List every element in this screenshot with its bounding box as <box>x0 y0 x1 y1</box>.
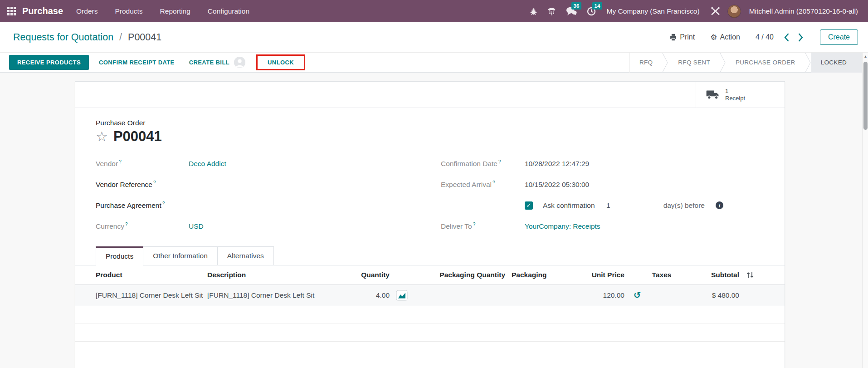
receipt-count: 1 <box>725 88 745 95</box>
apps-menu-icon[interactable] <box>7 7 16 15</box>
print-button[interactable]: Print <box>669 33 695 41</box>
menu-configuration[interactable]: Configuration <box>199 1 258 22</box>
price-history-icon[interactable]: ↺ <box>634 290 641 300</box>
cell-unit-price[interactable]: 120.00 <box>550 291 624 299</box>
order-lines-header: Product Description Quantity Packaging Q… <box>75 265 785 285</box>
receive-products-button[interactable]: RECEIVE PRODUCTS <box>9 55 89 70</box>
confirmation-date-value[interactable]: 10/28/2022 12:47:29 <box>525 160 589 168</box>
ask-confirmation-days-value[interactable]: 1 <box>606 201 610 210</box>
create-bill-user-avatar-icon <box>234 57 245 68</box>
vendor-value-link[interactable]: Deco Addict <box>189 160 226 168</box>
menu-products[interactable]: Products <box>106 1 151 22</box>
create-bill-button[interactable]: CREATE BILL <box>182 55 233 69</box>
header-unit-price: Unit Price <box>550 271 624 279</box>
create-button[interactable]: Create <box>820 29 858 45</box>
help-marker: ? <box>473 222 476 227</box>
deliver-to-value-link[interactable]: YourCompany: Receipts <box>525 222 600 231</box>
deliver-to-label: Deliver To <box>441 222 472 230</box>
help-marker: ? <box>119 159 122 164</box>
tab-alternatives[interactable]: Alternatives <box>218 246 274 265</box>
breadcrumb-separator: / <box>116 32 125 43</box>
annotation-highlight-box: UNLOCK <box>256 54 305 70</box>
pipeline-chevron-icon <box>805 53 811 73</box>
control-panel-actions: Print ⚙ Action 4 / 40 Create <box>669 29 858 45</box>
cell-product[interactable]: [FURN_1118] Corner Desk Left Sit <box>75 291 207 299</box>
cell-description[interactable]: [FURN_1118] Corner Desk Left Sit <box>207 291 345 299</box>
fields-left-column: Vendor? Deco Addict Vendor Reference? Pu… <box>96 157 441 240</box>
menu-orders[interactable]: Orders <box>68 1 106 22</box>
pager-previous-icon[interactable] <box>784 33 789 42</box>
forecast-chart-icon[interactable] <box>390 290 417 301</box>
scrollbar-thumb[interactable] <box>863 62 868 130</box>
tab-products[interactable]: Products <box>96 246 143 265</box>
fields-right-column: Confirmation Date? 10/28/2022 12:47:29 E… <box>441 157 765 240</box>
expected-arrival-value[interactable]: 10/15/2022 05:30:00 <box>525 181 589 189</box>
help-marker: ? <box>162 201 165 206</box>
form-fields: Vendor? Deco Addict Vendor Reference? Pu… <box>96 157 764 240</box>
record-pager: 4 / 40 <box>756 33 774 41</box>
help-marker: ? <box>498 159 501 164</box>
scrollbar-up-arrow-icon[interactable]: ▲ <box>863 53 868 60</box>
header-packaging-quantity: Packaging Quantity <box>417 271 505 279</box>
tab-other-information[interactable]: Other Information <box>143 246 218 265</box>
pager-next-icon[interactable] <box>798 33 804 42</box>
action-button[interactable]: ⚙ Action <box>710 33 740 42</box>
pipeline-chevron-icon <box>720 53 726 73</box>
user-menu[interactable]: Mitchell Admin (20570120-16-0-all) <box>746 7 862 15</box>
control-panel: Requests for Quotation / P00041 Print ⚙ … <box>0 22 868 53</box>
user-avatar[interactable] <box>727 5 741 18</box>
odoo-purchase-form-screen: Purchase Orders Products Reporting Confi… <box>0 0 868 368</box>
field-purchase-agreement: Purchase Agreement? <box>96 199 441 212</box>
confirmation-date-label: Confirmation Date <box>441 160 497 167</box>
status-pipeline: RFQ RFQ SENT PURCHASE ORDER LOCKED <box>629 53 862 73</box>
cell-subtotal: $ 480.00 <box>699 291 739 299</box>
optional-columns-icon[interactable] <box>739 271 766 279</box>
state-locked[interactable]: LOCKED <box>811 53 862 73</box>
currency-value-link[interactable]: USD <box>189 222 204 231</box>
field-ask-confirmation: ✓ Ask confirmation 1 day(s) before i <box>441 199 765 212</box>
expected-arrival-label: Expected Arrival <box>441 181 492 188</box>
field-confirmation-date: Confirmation Date? 10/28/2022 12:47:29 <box>441 157 765 170</box>
state-rfq[interactable]: RFQ <box>630 53 662 73</box>
purchase-agreement-label: Purchase Agreement <box>96 201 161 209</box>
unlock-button[interactable]: UNLOCK <box>264 57 297 68</box>
bug-icon[interactable] <box>527 5 540 17</box>
pipeline-chevron-icon <box>662 53 668 73</box>
help-marker: ? <box>153 180 156 185</box>
vertical-scrollbar[interactable]: ▲ <box>862 53 868 368</box>
breadcrumb-current: P00041 <box>128 32 161 43</box>
vendor-label: Vendor <box>96 160 118 167</box>
cell-quantity[interactable]: 4.00 <box>345 291 390 299</box>
app-name[interactable]: Purchase <box>22 6 63 16</box>
header-subtotal: Subtotal <box>699 271 739 279</box>
company-switcher[interactable]: My Company (San Francisco) <box>603 7 703 15</box>
receipt-smart-button[interactable]: 1 Receipt <box>696 82 785 108</box>
field-currency: Currency? USD <box>96 220 441 233</box>
action-label: Action <box>720 33 740 41</box>
support-tools-icon[interactable] <box>708 5 723 18</box>
state-purchase-order[interactable]: PURCHASE ORDER <box>726 53 805 73</box>
state-rfq-sent[interactable]: RFQ SENT <box>668 53 720 73</box>
document-title-row: ☆ P00041 <box>96 128 764 145</box>
currency-label: Currency <box>96 222 124 230</box>
print-label: Print <box>680 33 695 41</box>
voip-phone-icon[interactable] <box>545 5 559 17</box>
cell-taxes: ↺ <box>624 291 699 300</box>
help-marker: ? <box>125 222 128 227</box>
favorite-star-icon[interactable]: ☆ <box>96 130 108 143</box>
field-expected-arrival: Expected Arrival? 10/15/2022 05:30:00 <box>441 178 765 191</box>
order-line-row[interactable]: [FURN_1118] Corner Desk Left Sit [FURN_1… <box>75 285 785 306</box>
header-packaging: Packaging <box>505 271 550 279</box>
messages-icon[interactable]: 36 <box>563 5 580 18</box>
breadcrumb-parent-link[interactable]: Requests for Quotation <box>13 32 113 43</box>
navbar-left: Purchase Orders Products Reporting Confi… <box>7 1 258 22</box>
confirm-receipt-date-button[interactable]: CONFIRM RECEIPT DATE <box>92 55 182 69</box>
activities-count-badge: 14 <box>592 2 603 10</box>
vendor-reference-label: Vendor Reference <box>96 181 152 188</box>
form-sheet: 1 Receipt Purchase Order ☆ P00041 Vendor… <box>75 81 785 368</box>
ask-confirmation-checkbox[interactable]: ✓ <box>525 201 533 210</box>
gear-icon: ⚙ <box>710 33 717 42</box>
header-taxes: Taxes <box>624 271 699 279</box>
activities-clock-icon[interactable]: 14 <box>584 5 599 18</box>
menu-reporting[interactable]: Reporting <box>151 1 199 22</box>
